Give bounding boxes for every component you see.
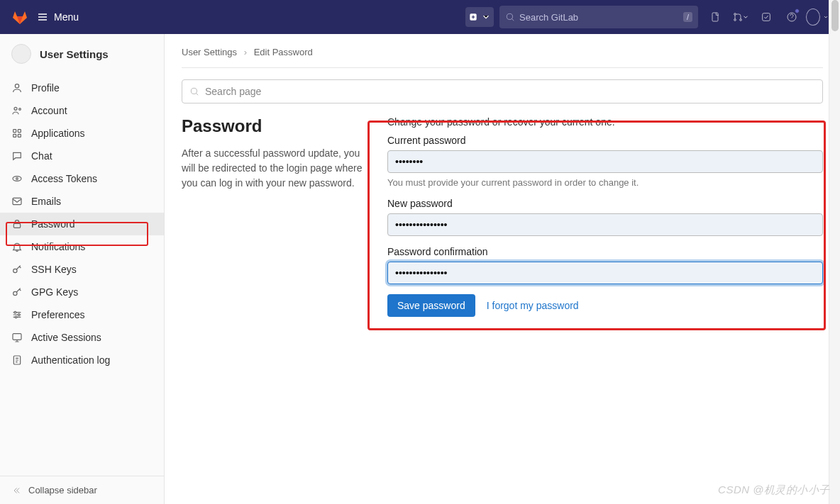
page-search-input[interactable] [205, 86, 815, 97]
avatar-icon [806, 9, 820, 26]
preferences-icon [11, 309, 23, 320]
global-search[interactable]: / [499, 6, 698, 28]
current-password-hint: You must provide your current password i… [387, 177, 823, 188]
page-title: Password [182, 116, 373, 136]
chevron-down-icon [823, 11, 829, 23]
sidebar-item-gpg-keys[interactable]: GPG Keys [0, 281, 164, 303]
sidebar-item-access-tokens[interactable]: Access Tokens [0, 167, 164, 190]
sidebar-item-ssh-keys[interactable]: SSH Keys [0, 258, 164, 281]
notifications-icon [11, 241, 23, 252]
svg-point-19 [13, 269, 17, 272]
svg-rect-6 [763, 13, 770, 21]
svg-point-3 [734, 13, 736, 16]
sidebar-item-label: Authentication log [31, 354, 110, 366]
sidebar-item-label: Preferences [31, 309, 84, 320]
svg-point-21 [14, 311, 16, 313]
ssh-keys-icon [11, 264, 23, 275]
search-shortcut-hint: / [683, 12, 692, 22]
chevron-down-icon [742, 11, 749, 23]
svg-rect-24 [13, 334, 21, 340]
svg-point-4 [734, 19, 736, 21]
user-menu[interactable] [806, 6, 829, 28]
save-password-button[interactable]: Save password [387, 294, 475, 317]
forgot-password-link[interactable]: I forgot my password [487, 300, 579, 311]
svg-point-23 [15, 316, 17, 318]
sidebar-item-applications[interactable]: Applications [0, 122, 164, 145]
page-description: After a successful password update, you … [182, 146, 373, 191]
new-password-input[interactable] [387, 213, 823, 236]
svg-rect-14 [18, 134, 21, 137]
sidebar-item-profile[interactable]: Profile [0, 77, 164, 99]
svg-point-20 [13, 291, 17, 295]
sidebar-item-auth-log[interactable]: Authentication log [0, 349, 164, 371]
access-tokens-icon [11, 173, 23, 184]
page-search[interactable] [182, 79, 823, 103]
menu-label: Menu [54, 11, 79, 23]
current-password-input[interactable] [387, 150, 823, 173]
merge-requests-button[interactable] [729, 6, 752, 28]
sidebar-item-label: Access Tokens [31, 173, 97, 184]
sidebar-item-password[interactable]: Password [0, 213, 164, 235]
breadcrumb: User Settings › Edit Password [182, 34, 823, 67]
account-icon [11, 105, 23, 116]
sidebar-item-label: Notifications [31, 241, 85, 252]
user-avatar [11, 44, 31, 64]
help-button[interactable] [780, 6, 803, 28]
sidebar-item-chat[interactable]: Chat [0, 145, 164, 167]
svg-point-16 [16, 178, 18, 180]
svg-point-10 [19, 108, 21, 111]
sidebar-item-emails[interactable]: Emails [0, 190, 164, 213]
menu-button[interactable]: Menu [37, 11, 79, 23]
hamburger-icon [37, 11, 48, 23]
topbar: Menu / [0, 0, 840, 34]
chevron-down-icon [481, 12, 491, 22]
sidebar-item-label: Password [31, 218, 74, 230]
check-icon [761, 11, 772, 23]
svg-rect-17 [13, 198, 21, 204]
breadcrumb-root[interactable]: User Settings [182, 47, 237, 57]
sidebar-item-label: Active Sessions [31, 332, 101, 343]
form-intro: Change your password or recover your cur… [387, 116, 823, 128]
emails-icon [11, 196, 23, 207]
auth-log-icon [11, 354, 23, 366]
sidebar-item-label: Emails [31, 196, 61, 207]
active-sessions-icon [11, 332, 23, 343]
profile-icon [11, 82, 23, 94]
sidebar-header[interactable]: User Settings [0, 34, 164, 74]
gpg-keys-icon [11, 286, 23, 298]
svg-rect-11 [13, 130, 16, 133]
svg-point-15 [13, 177, 21, 181]
main-content: User Settings › Edit Password Password A… [165, 34, 840, 504]
global-search-input[interactable] [519, 12, 683, 23]
todos-button[interactable] [755, 6, 778, 28]
notification-dot [795, 9, 800, 13]
password-icon [11, 218, 23, 230]
create-new-button[interactable] [465, 7, 494, 27]
search-icon [189, 86, 199, 96]
sidebar-item-account[interactable]: Account [0, 99, 164, 122]
breadcrumb-current[interactable]: Edit Password [254, 47, 313, 57]
sidebar-item-active-sessions[interactable]: Active Sessions [0, 326, 164, 349]
sidebar-item-label: GPG Keys [31, 286, 78, 298]
sidebar-title: User Settings [40, 48, 109, 60]
sidebar-item-notifications[interactable]: Notifications [0, 235, 164, 258]
svg-point-5 [740, 19, 742, 21]
search-icon [505, 12, 515, 22]
collapse-sidebar-button[interactable]: Collapse sidebar [0, 476, 164, 504]
current-password-label: Current password [387, 135, 823, 146]
confirm-password-input[interactable] [387, 262, 823, 284]
svg-point-1 [507, 13, 512, 19]
sidebar: User Settings Profile Account Applicatio… [0, 34, 165, 504]
issues-button[interactable] [704, 6, 726, 28]
sidebar-item-label: SSH Keys [31, 264, 77, 275]
breadcrumb-separator: › [244, 47, 247, 57]
document-icon [709, 11, 721, 23]
sidebar-item-label: Chat [31, 150, 52, 162]
svg-rect-12 [18, 130, 21, 133]
gitlab-logo[interactable] [11, 9, 28, 26]
sidebar-item-label: Account [31, 105, 67, 116]
scrollbar-thumb[interactable] [831, 0, 839, 31]
svg-point-22 [18, 314, 20, 316]
sidebar-item-preferences[interactable]: Preferences [0, 303, 164, 326]
scrollbar[interactable] [829, 0, 840, 504]
